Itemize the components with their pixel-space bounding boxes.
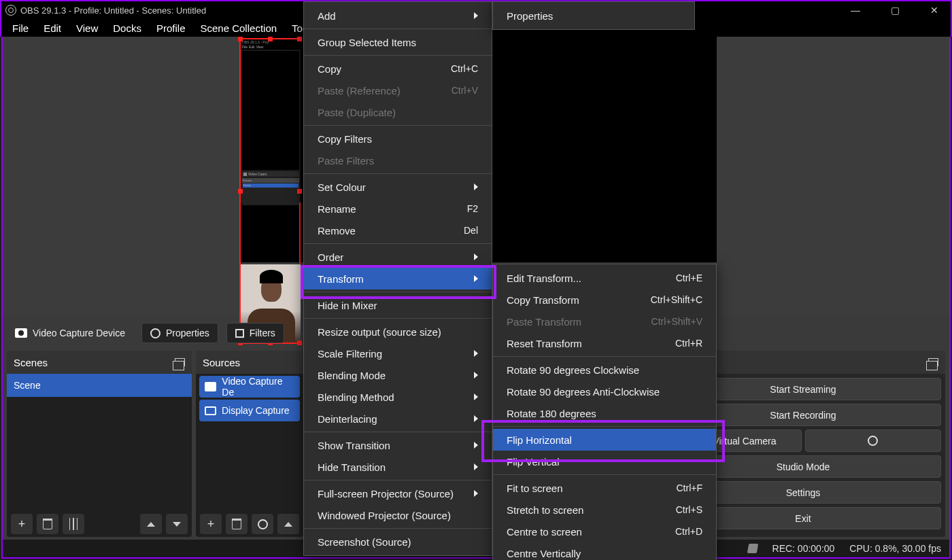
submenu-arrow-icon [474, 415, 478, 422]
ctx-transform-item[interactable]: Copy TransformCtrl+Shift+C [493, 289, 716, 311]
menu-docks[interactable]: Docks [106, 20, 148, 36]
ctx-source-item[interactable]: CopyCtrl+C [304, 58, 492, 80]
menu-edit[interactable]: Edit [37, 20, 68, 36]
sources-panel: Sources Video Capture De Display Capture… [196, 351, 303, 537]
context-item-label: Rotate 180 degrees [507, 408, 596, 419]
context-separator [493, 426, 716, 427]
remove-scene-button[interactable] [37, 514, 58, 534]
maximize-button[interactable]: ▢ [881, 1, 908, 19]
selected-source-outline[interactable]: OBS 29.1.3 - Prof FileEditView Video Cap… [239, 38, 301, 344]
ctx-source-item[interactable]: Order [304, 246, 492, 268]
menu-view[interactable]: View [69, 20, 105, 36]
window-buttons: — ▢ ✕ [842, 1, 948, 19]
ctx-transform-item[interactable]: Flip Horizontal [493, 429, 716, 451]
ctx-transform-item[interactable]: Rotate 90 degrees Clockwise [493, 359, 716, 381]
add-source-button[interactable]: + [200, 514, 222, 534]
ctx-source-item[interactable]: Screenshot (Source) [304, 531, 492, 553]
submenu-arrow-icon [474, 490, 478, 497]
shortcut-label: Ctrl+R [675, 338, 702, 349]
network-status [748, 544, 758, 553]
ctx-source-item[interactable]: Add [304, 5, 492, 27]
virtual-camera-settings-button[interactable] [805, 430, 942, 452]
ctx-transform-item[interactable]: Centre to screenCtrl+D [493, 521, 716, 542]
selected-source-label: Video Capture Device [33, 328, 125, 338]
context-separator [304, 318, 492, 319]
context-separator [304, 125, 492, 126]
ctx-transform-item[interactable]: Rotate 180 degrees [493, 402, 716, 424]
move-scene-up-button[interactable] [140, 514, 162, 534]
move-source-up-button[interactable] [277, 514, 299, 534]
sources-list: Video Capture De Display Capture [196, 374, 303, 511]
ctx-source-item[interactable]: Blending Method [304, 386, 492, 408]
menu-profile[interactable]: Profile [150, 20, 192, 36]
scene-item[interactable]: Scene [7, 374, 192, 397]
ctx-source-item[interactable]: Copy Filters [304, 128, 492, 150]
resize-handle[interactable] [297, 340, 302, 345]
ctx-transform-item[interactable]: Reset TransformCtrl+R [493, 332, 716, 354]
ctx-source-item[interactable]: RenameF2 [304, 198, 492, 220]
ctx-transform-item[interactable]: Centre Vertically [493, 542, 716, 560]
resize-handle[interactable] [297, 37, 302, 41]
resize-handle[interactable] [238, 37, 243, 41]
resize-handle[interactable] [297, 189, 302, 194]
ctx-transform-item[interactable]: Fit to screenCtrl+F [493, 477, 716, 499]
resize-handle[interactable] [268, 37, 273, 41]
popout-icon[interactable] [175, 358, 185, 366]
context-item-label: Rotate 90 degrees Anti-Clockwise [507, 386, 660, 398]
filters-button[interactable]: Filters [226, 323, 284, 343]
ctx-source-item[interactable]: Transform [304, 268, 492, 290]
ctx-source-item[interactable]: Hide in Mixer [304, 294, 492, 316]
ctx-source-item[interactable]: Set Colour [304, 176, 492, 198]
context-item-label: Centre Vertically [507, 548, 581, 559]
scenes-footer: + [7, 511, 192, 537]
ctx-source-item[interactable]: Deinterlacing [304, 408, 492, 430]
ctx-transform-item[interactable]: Edit Transform...Ctrl+E [493, 267, 716, 289]
menu-scene-collection[interactable]: Scene Collection [194, 20, 284, 36]
shortcut-label: Ctrl+E [676, 273, 702, 283]
submenu-arrow-icon [474, 442, 478, 449]
ctx-transform-item[interactable]: Rotate 90 degrees Anti-Clockwise [493, 381, 716, 402]
ctx-source-item[interactable]: RemoveDel [304, 220, 492, 241]
monitor-icon [205, 406, 216, 415]
source-item-display-capture[interactable]: Display Capture [199, 400, 300, 421]
shortcut-label: Ctrl+V [452, 85, 478, 96]
ctx-source-item[interactable]: Resize output (source size) [304, 321, 492, 343]
context-item-label: Windowed Projector (Source) [318, 510, 451, 521]
minimize-button[interactable]: — [842, 1, 869, 19]
context-item-label: Centre to screen [507, 526, 582, 538]
context-item-label: Rename [318, 203, 356, 215]
scene-filter-button[interactable] [63, 514, 84, 534]
ctx-source-item[interactable]: Full-screen Projector (Source) [304, 483, 492, 504]
ctx-transform-item[interactable]: Stretch to screenCtrl+S [493, 499, 716, 521]
source-item-video-capture[interactable]: Video Capture De [199, 376, 300, 398]
context-item-label: Reset Transform [507, 338, 582, 349]
context-separator [304, 432, 492, 432]
source-properties-button[interactable] [252, 514, 273, 534]
sources-header: Sources [196, 351, 303, 374]
popout-icon[interactable] [928, 358, 938, 366]
add-scene-button[interactable]: + [11, 514, 33, 534]
ctx-source-item[interactable]: Blending Mode [304, 364, 492, 386]
ctx-source-item[interactable]: Group Selected Items [304, 31, 492, 53]
camera-icon [15, 328, 27, 338]
context-item-label: Edit Transform... [507, 273, 581, 284]
ctx-source-item[interactable]: Windowed Projector (Source) [304, 504, 492, 526]
context-item-label: Paste Transform [507, 316, 581, 328]
ctx-source-item[interactable]: Scale Filtering [304, 343, 492, 364]
properties-button[interactable]: Properties [141, 323, 218, 343]
move-scene-down-button[interactable] [166, 514, 188, 534]
context-separator [304, 480, 492, 480]
context-item-label: Copy Filters [318, 133, 372, 145]
ctx-prop-item[interactable]: Properties [493, 5, 694, 27]
ctx-transform-item[interactable]: Flip Vertical [493, 451, 716, 472]
context-item-label: Screenshot (Source) [318, 536, 411, 548]
scenes-header: Scenes [7, 351, 192, 374]
remove-source-button[interactable] [226, 514, 248, 534]
menu-file[interactable]: File [5, 20, 35, 36]
close-button[interactable]: ✕ [921, 1, 948, 19]
context-item-label: Hide Transition [318, 461, 386, 473]
resize-handle[interactable] [238, 189, 243, 194]
chevron-up-icon [147, 522, 155, 527]
ctx-source-item[interactable]: Show Transition [304, 434, 492, 456]
ctx-source-item[interactable]: Hide Transition [304, 456, 492, 478]
